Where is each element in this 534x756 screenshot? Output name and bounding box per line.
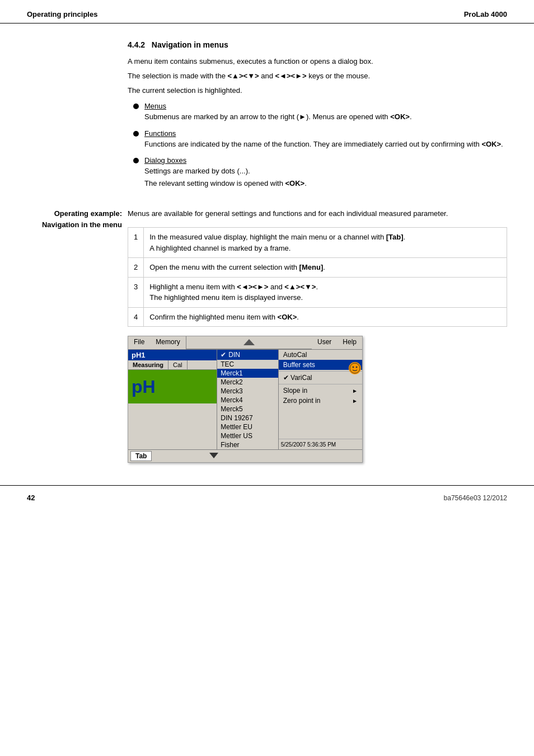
din-label: DIN — [228, 351, 240, 359]
step-desc-2: Open the menu with the current selection… — [144, 258, 507, 278]
bullet-title-functions: Functions — [144, 129, 507, 138]
svg-marker-4 — [209, 453, 218, 458]
step-num-3: 3 — [128, 277, 144, 307]
zero-point-label: Zero point in — [283, 397, 321, 405]
step-num-4: 4 — [128, 307, 144, 327]
section-title: 4.4.2 Navigation in menus — [128, 40, 507, 49]
bullet-dialog-boxes: Dialog boxes Settings are marked by dots… — [133, 156, 507, 189]
bullet-title-menus: Menus — [144, 102, 507, 110]
menu-spacer-icon — [186, 336, 312, 349]
svg-point-2 — [353, 367, 354, 368]
right-varical[interactable]: ✔ VariCal — [279, 373, 362, 383]
bullet-content-menus: Menus Submenus are marked by an arrow to… — [144, 102, 507, 123]
check-icon: ✔ — [221, 351, 226, 359]
op-intro: Menus are available for general settings… — [128, 208, 507, 219]
varical-check: ✔ VariCal — [283, 374, 312, 382]
menu-topbar: File Memory User Help — [128, 336, 362, 350]
step-num-1: 1 — [128, 228, 144, 258]
ph1-indicator: pH1 — [128, 350, 217, 360]
right-autocal[interactable]: AutoCal — [279, 350, 362, 360]
ph-display: pH — [128, 370, 217, 403]
bullet-title-dialog: Dialog boxes — [144, 156, 507, 165]
step-num-2: 2 — [128, 258, 144, 278]
dropdown-merck1[interactable]: Merck1 — [217, 369, 278, 378]
buffer-sets-label: Buffer sets — [283, 361, 315, 369]
zero-point-arrow: ► — [352, 398, 358, 404]
menu-user[interactable]: User — [312, 336, 337, 349]
bullet-list: Menus Submenus are marked by an arrow to… — [133, 102, 507, 189]
right-zero-point-in[interactable]: Zero point in ► — [279, 396, 362, 406]
table-row: 2 Open the menu with the current selecti… — [128, 258, 507, 278]
cal-tab[interactable]: Cal — [168, 360, 188, 369]
menu-left-panel: pH1 Measuring Cal pH — [128, 350, 217, 449]
menu-memory[interactable]: Memory — [150, 336, 186, 349]
svg-marker-0 — [243, 339, 255, 345]
bullet-dot-menus — [133, 104, 139, 109]
datetime-row: 5/25/2007 5:36:35 PM — [279, 439, 362, 449]
intro-2: The selection is made with the <▲><▼> an… — [128, 71, 507, 82]
menu-center-panel: ✔ DIN TEC Merck1 Merck2 Merck3 Merck4 Me… — [217, 350, 278, 449]
header-left: Operating principles — [27, 10, 97, 18]
bullet-dot-dialog — [133, 158, 139, 163]
datetime-display: 5/25/2007 5:36:35 PM — [281, 442, 336, 448]
op-label-line2: Navigation in the menu — [27, 219, 122, 231]
dropdown-merck4[interactable]: Merck4 — [217, 396, 278, 405]
bullet-menus: Menus Submenus are marked by an arrow to… — [133, 102, 507, 123]
right-column: 4.4.2 Navigation in menus A menu item co… — [122, 40, 507, 197]
step-desc-1: In the measured value display, highlight… — [144, 228, 507, 258]
intro-1: A menu item contains submenus, executes … — [128, 56, 507, 67]
dropdown-mettler-eu[interactable]: Mettler EU — [217, 422, 278, 431]
slope-in-label: Slope in — [283, 387, 307, 395]
dropdown-mettler-us[interactable]: Mettler US — [217, 431, 278, 440]
steps-table: 1 In the measured value display, highlig… — [128, 227, 507, 327]
footer: 42 ba75646e03 12/2012 — [0, 485, 534, 508]
dropdown-merck5[interactable]: Merck5 — [217, 405, 278, 414]
step-desc-3: Highlight a menu item with <◄><►> and <▲… — [144, 277, 507, 307]
dropdown-merck2[interactable]: Merck2 — [217, 378, 278, 387]
table-row: 3 Highlight a menu item with <◄><►> and … — [128, 277, 507, 307]
dropdown-header: ✔ DIN — [217, 350, 278, 360]
slope-in-arrow: ► — [352, 388, 358, 394]
dropdown-tec[interactable]: TEC — [217, 360, 278, 369]
operating-section: Operating example: Navigation in the men… — [0, 208, 534, 463]
bullet-content-dialog: Dialog boxes Settings are marked by dots… — [144, 156, 507, 189]
ph-symbol: pH — [132, 377, 156, 397]
table-row: 1 In the measured value display, highlig… — [128, 228, 507, 258]
right-slope-in[interactable]: Slope in ► — [279, 386, 362, 396]
bullet-dot-functions — [133, 131, 139, 137]
section-number: 4.4.2 — [128, 40, 145, 49]
page-number: 42 — [27, 494, 35, 502]
left-column — [27, 40, 122, 197]
op-label-line1: Operating example: — [27, 208, 122, 219]
svg-point-1 — [350, 363, 360, 373]
section-heading: Navigation in menus — [152, 40, 228, 49]
dropdown-fisher[interactable]: Fisher — [217, 440, 278, 449]
header: Operating principles ProLab 4000 — [0, 0, 534, 24]
bullet-desc-functions: Functions are indicated by the name of t… — [144, 139, 507, 150]
step-desc-4: Confirm the highlighted menu item with <… — [144, 307, 507, 327]
dropdown-din19267[interactable]: DIN 19267 — [217, 414, 278, 422]
dropdown-merck3[interactable]: Merck3 — [217, 387, 278, 396]
bullet-desc-dialog-2: The relevant setting window is opened wi… — [144, 178, 507, 189]
tab-button[interactable]: Tab — [130, 451, 152, 461]
face-icon — [349, 362, 361, 374]
menu-tabs-row: Measuring Cal — [128, 360, 217, 370]
table-row: 4 Confirm the highlighted menu item with… — [128, 307, 507, 327]
menu-file[interactable]: File — [128, 336, 150, 349]
bullet-desc-menus: Submenus are marked by an arrow to the r… — [144, 111, 507, 123]
menu-body: pH1 Measuring Cal pH ✔ DIN — [128, 350, 362, 449]
bullet-functions: Functions Functions are indicated by the… — [133, 129, 507, 150]
page: Operating principles ProLab 4000 4.4.2 N… — [0, 0, 534, 756]
operating-example-label: Operating example: Navigation in the men… — [27, 208, 122, 230]
measuring-tab[interactable]: Measuring — [128, 360, 168, 369]
op-right: Menus are available for general settings… — [122, 208, 507, 463]
header-right: ProLab 4000 — [464, 10, 507, 18]
right-separator-2 — [279, 384, 362, 384]
svg-point-3 — [356, 367, 358, 368]
menu-help[interactable]: Help — [337, 336, 362, 349]
op-left: Operating example: Navigation in the men… — [27, 208, 122, 463]
bullet-content-functions: Functions Functions are indicated by the… — [144, 129, 507, 150]
main-content: 4.4.2 Navigation in menus A menu item co… — [0, 24, 534, 197]
autocal-label: AutoCal — [283, 351, 307, 359]
bullet-desc-dialog-1: Settings are marked by dots (...). — [144, 166, 507, 177]
